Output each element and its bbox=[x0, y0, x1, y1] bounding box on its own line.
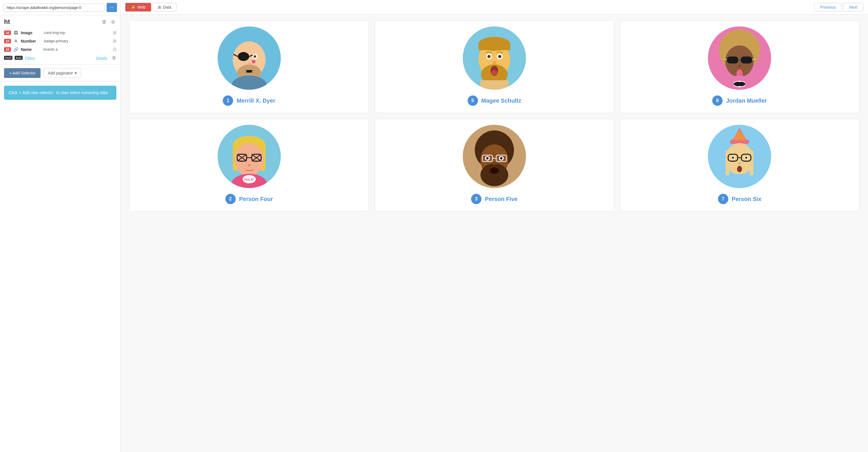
selector-row-image: 10 🖼 Image .card-img-top ⊞ bbox=[4, 28, 116, 37]
person-name-6: Person Six bbox=[732, 196, 762, 203]
person-name-row-4: 2 Person Four bbox=[225, 194, 273, 204]
svg-rect-24 bbox=[727, 57, 738, 64]
name-icon: 🔗 bbox=[13, 47, 19, 52]
name-count-badge: 10 bbox=[4, 47, 11, 52]
person-name-row-3: 8 Jordan Mueller bbox=[712, 95, 767, 106]
svg-point-70 bbox=[732, 157, 734, 159]
avatar-6 bbox=[708, 125, 771, 188]
top-bar: ⚡ Web ⊞ Data Previous Next bbox=[121, 0, 868, 15]
add-paginator-button[interactable]: Add paginator ▾ bbox=[43, 68, 81, 78]
svg-text:HoLA!: HoLA! bbox=[244, 178, 254, 181]
image-count-badge: 10 bbox=[4, 30, 11, 35]
url-input[interactable] bbox=[3, 3, 104, 12]
dropdown-chevron-icon: ▾ bbox=[75, 71, 77, 76]
person-name-row-1: 1 Merrill X. Dyer bbox=[223, 95, 275, 106]
add-paginator-label: Add paginator bbox=[48, 71, 73, 76]
person-card-4[interactable]: HoLA! 2 Person Four bbox=[129, 119, 369, 211]
hint-box: Click '+ Add new selector ' to start sel… bbox=[4, 86, 116, 100]
details-link[interactable]: Details bbox=[96, 56, 107, 60]
web-label: Web bbox=[137, 5, 146, 9]
name-name: Name bbox=[21, 47, 41, 52]
avatar-1 bbox=[218, 26, 281, 90]
person-name-1: Merrill X. Dyer bbox=[237, 97, 275, 104]
avatar-svg-6 bbox=[708, 125, 771, 188]
previous-button[interactable]: Previous bbox=[814, 3, 842, 11]
url-go-button[interactable]: → bbox=[106, 3, 117, 12]
cards-grid: 1 Merrill X. Dyer bbox=[129, 21, 859, 211]
svg-rect-14 bbox=[480, 80, 508, 90]
svg-point-9 bbox=[232, 76, 267, 90]
name-collapse-icon[interactable]: ⊟ bbox=[113, 47, 116, 52]
person-number-1: 1 bbox=[223, 95, 233, 106]
number-value: .badge-primary bbox=[43, 39, 111, 43]
delete-tree-button[interactable]: 🗑 bbox=[101, 19, 108, 26]
next-button[interactable]: Next bbox=[843, 3, 863, 11]
image-icon: 🖼 bbox=[13, 30, 19, 35]
svg-point-44 bbox=[247, 164, 251, 167]
number-expand-icon[interactable]: ⊞ bbox=[113, 38, 116, 44]
svg-marker-61 bbox=[732, 130, 748, 141]
person-number-5: 3 bbox=[471, 194, 482, 204]
person-name-5: Person Five bbox=[485, 196, 517, 203]
svg-point-74 bbox=[737, 166, 742, 172]
avatar-2 bbox=[463, 26, 526, 90]
buttons-row: + Add Selector Add paginator ▾ bbox=[0, 65, 120, 82]
image-expand-icon[interactable]: ⊞ bbox=[113, 30, 116, 35]
svg-point-18 bbox=[498, 55, 501, 58]
person-card-1[interactable]: 1 Merrill X. Dyer bbox=[129, 21, 369, 113]
selector-row-name: 10 🔗 Name #cards a ⊟ bbox=[4, 45, 116, 54]
svg-point-58 bbox=[492, 162, 496, 165]
add-selector-button[interactable]: + Add Selector bbox=[4, 68, 40, 78]
tree-title: ht bbox=[4, 18, 10, 26]
svg-point-19 bbox=[492, 61, 496, 64]
tab-data[interactable]: ⊞ Data bbox=[152, 3, 177, 11]
svg-point-7 bbox=[247, 63, 251, 66]
person-name-2: Magee Schultz bbox=[482, 97, 521, 104]
svg-point-2 bbox=[238, 52, 249, 61]
filters-link[interactable]: Filters bbox=[25, 56, 35, 60]
text-tag[interactable]: text bbox=[15, 56, 23, 60]
link-row: href text Filters Details 🗑 bbox=[4, 54, 116, 62]
person-card-5[interactable]: 3 Person Five bbox=[374, 119, 614, 211]
tree-header: ht 🗑 ⊕ bbox=[4, 18, 116, 26]
person-name-3: Jordan Mueller bbox=[726, 97, 767, 104]
image-name: Image bbox=[21, 30, 41, 35]
web-icon: ⚡ bbox=[131, 5, 136, 9]
avatar-3 bbox=[708, 26, 771, 90]
hint-text: Click '+ Add new selector ' to start sel… bbox=[9, 90, 108, 95]
person-number-2: 5 bbox=[468, 95, 478, 106]
svg-point-57 bbox=[480, 163, 508, 186]
svg-rect-12 bbox=[478, 44, 510, 50]
tab-web[interactable]: ⚡ Web bbox=[125, 3, 151, 11]
person-name-4: Person Four bbox=[239, 196, 273, 203]
svg-point-75 bbox=[722, 174, 757, 188]
svg-point-73 bbox=[738, 162, 741, 165]
left-panel: → ht 🗑 ⊕ 10 🖼 Image .card-img-top ⊞ 10 A… bbox=[0, 0, 121, 452]
selector-tree: ht 🗑 ⊕ 10 🖼 Image .card-img-top ⊞ 10 A N… bbox=[0, 15, 120, 65]
person-card-3[interactable]: 8 Jordan Mueller bbox=[620, 21, 859, 113]
arrow-right-icon: → bbox=[110, 5, 114, 10]
person-card-6[interactable]: 7 Person Six bbox=[620, 119, 859, 211]
tree-actions: 🗑 ⊕ bbox=[101, 18, 116, 26]
svg-rect-8 bbox=[246, 70, 252, 73]
right-panel: ⚡ Web ⊞ Data Previous Next bbox=[121, 0, 868, 452]
avatar-svg-1 bbox=[218, 26, 281, 90]
avatar-svg-4: HoLA! bbox=[218, 125, 281, 188]
avatar-4: HoLA! bbox=[218, 125, 281, 188]
selector-row-number: 10 A Number .badge-primary ⊞ bbox=[4, 37, 116, 45]
avatar-svg-5 bbox=[463, 125, 526, 188]
avatar-svg-2 bbox=[463, 26, 526, 90]
avatar-svg-3 bbox=[708, 26, 771, 90]
url-bar: → bbox=[0, 0, 120, 15]
nav-buttons: Previous Next bbox=[814, 3, 863, 11]
add-tree-button[interactable]: ⊕ bbox=[110, 18, 116, 26]
number-icon: A bbox=[13, 39, 19, 43]
svg-point-21 bbox=[491, 70, 498, 76]
number-count-badge: 10 bbox=[4, 39, 11, 43]
data-icon: ⊞ bbox=[158, 5, 161, 9]
delete-row-button[interactable]: 🗑 bbox=[112, 55, 116, 60]
person-card-2[interactable]: 5 Magee Schultz bbox=[374, 21, 614, 113]
person-number-4: 2 bbox=[225, 194, 236, 204]
href-tag[interactable]: href bbox=[4, 56, 12, 60]
person-name-row-5: 3 Person Five bbox=[471, 194, 517, 204]
